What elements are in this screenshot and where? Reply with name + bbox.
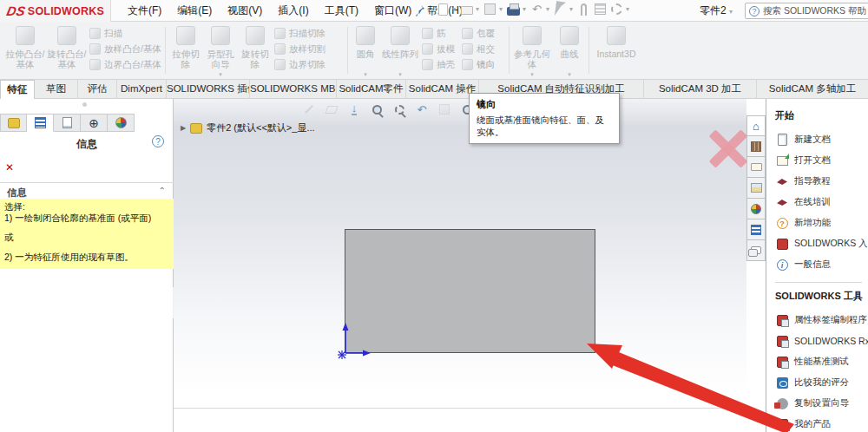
extruded-boss-base-button[interactable]: 拉伸凸台/基体 — [5, 24, 45, 76]
dimxpertmanager-tab[interactable]: ⊕ — [81, 114, 108, 132]
panel-grip[interactable] — [82, 102, 87, 107]
copy-settings-wizard-item[interactable]: 复制设置向导 — [775, 393, 868, 414]
hole-wizard-button[interactable]: 异型孔向导 ▾ — [204, 24, 237, 76]
swept-cut-button[interactable]: 扫描切除 — [274, 27, 344, 40]
menu-file[interactable]: 文件(F) — [120, 0, 169, 22]
menu-tools[interactable]: 工具(T) — [317, 0, 366, 22]
tab-dimxpert[interactable]: DimXpert — [117, 80, 167, 99]
new-document-item[interactable]: 新建文档 — [775, 129, 868, 150]
displaymanager-tab[interactable] — [108, 114, 135, 132]
fillet-button[interactable]: 圆角 ▾ — [351, 24, 380, 76]
general-info-item[interactable]: i一般信息 — [775, 254, 868, 275]
flyout-feature-tree[interactable]: ▶ 零件2 (默认<<默认>_显... — [181, 121, 315, 134]
whats-new-item[interactable]: ?新增功能 — [775, 213, 868, 233]
plane-icon[interactable] — [325, 102, 339, 116]
revolved-boss-base-button[interactable]: 旋转凸台/基体 — [47, 24, 87, 76]
configurationmanager-tab[interactable] — [54, 114, 81, 132]
properties-table-icon[interactable] — [593, 2, 608, 16]
file-explorer-tab[interactable] — [746, 157, 766, 178]
menu-view[interactable]: 视图(V) — [220, 0, 270, 22]
tree-expand-icon[interactable]: ▶ — [181, 124, 186, 132]
dropdown-caret-icon[interactable]: ▾ — [729, 8, 733, 16]
document-title[interactable]: 零件2 ▾ — [700, 0, 734, 23]
attachment-icon[interactable] — [576, 2, 591, 16]
dropdown-caret-icon[interactable]: ▾ — [398, 71, 402, 78]
menu-edit[interactable]: 编辑(E) — [169, 0, 220, 22]
intersect-button[interactable]: 相交 — [462, 43, 505, 56]
boundary-cut-button[interactable]: 边界切除 — [274, 58, 344, 71]
dropdown-caret-icon[interactable]: ▾ — [626, 5, 629, 13]
featuremanager-tree-tab[interactable] — [0, 114, 27, 132]
linear-pattern-button[interactable]: 线性阵列 ▾ — [382, 24, 418, 76]
zoom-to-area-icon[interactable] — [392, 102, 406, 116]
menu-window[interactable]: 窗口(W) — [366, 0, 419, 22]
dropdown-caret-icon[interactable]: ▾ — [219, 71, 222, 78]
rib-button[interactable]: 筋 — [422, 27, 458, 40]
solidworks-rx-item[interactable]: SOLIDWORKS Rx — [775, 331, 868, 351]
lofted-boss-button[interactable]: 放样凸台/基体 — [89, 43, 164, 56]
appearances-tab[interactable] — [746, 199, 766, 219]
tab-sketch[interactable]: 草图 — [35, 80, 78, 99]
tutorials-item[interactable]: 指导教程 — [775, 171, 868, 192]
extruded-cut-button[interactable]: 拉伸切除 — [169, 24, 202, 76]
help-search-box[interactable]: ? 搜索 SOLIDWORKS 帮助 — [745, 3, 868, 19]
performance-benchmark-item[interactable]: 性能基准测试 — [775, 351, 868, 372]
custom-properties-tab[interactable] — [746, 219, 766, 240]
view-orientation-icon[interactable]: ↓ — [347, 102, 361, 116]
undo-icon[interactable]: ↶ — [529, 2, 544, 16]
section-view-icon[interactable] — [437, 102, 451, 116]
select-cursor-icon[interactable] — [553, 2, 568, 16]
view-palette-tab[interactable] — [746, 178, 766, 199]
pin-menu-icon[interactable] — [413, 3, 427, 17]
design-library-tab[interactable] — [746, 136, 766, 157]
lofted-cut-button[interactable]: 放样切割 — [274, 43, 344, 56]
swept-boss-button[interactable]: 扫描 — [89, 27, 164, 40]
dropdown-caret-icon[interactable]: ▾ — [546, 5, 549, 13]
propertymanager-tab[interactable] — [27, 114, 54, 132]
dropdown-caret-icon[interactable]: ▾ — [530, 71, 534, 78]
dropdown-caret-icon[interactable]: ▾ — [499, 5, 503, 13]
dropdown-caret-icon[interactable]: ▾ — [569, 5, 573, 13]
dropdown-caret-icon[interactable]: ▾ — [452, 5, 456, 13]
close-icon[interactable]: ✕ — [5, 161, 14, 173]
sketch-plane-rectangle[interactable] — [345, 229, 595, 353]
shell-button[interactable]: 抽壳 — [422, 58, 458, 71]
dropdown-caret-icon[interactable]: ▾ — [568, 71, 571, 78]
chevron-up-icon[interactable]: ⌃ — [159, 186, 166, 195]
curves-button[interactable]: 曲线 ▾ — [556, 24, 583, 76]
forum-tab[interactable] — [746, 240, 766, 261]
print-icon[interactable] — [506, 2, 521, 16]
revolved-cut-button[interactable]: 旋转切除 — [239, 24, 272, 76]
open-document-icon[interactable] — [459, 2, 474, 16]
tab-solidcam-part[interactable]: SolidCAM零件 — [337, 80, 406, 99]
options-gear-icon[interactable] — [609, 2, 624, 16]
dropdown-caret-icon[interactable]: ▾ — [523, 5, 526, 13]
property-tab-builder-item[interactable]: 属性标签编制程序 — [775, 310, 868, 331]
help-icon[interactable]: ? — [152, 135, 164, 147]
draft-button[interactable]: 拔模 — [422, 43, 458, 56]
tab-solidcam-multiaxis[interactable]: SolidCAM 多轴加工 — [757, 80, 868, 99]
boundary-boss-button[interactable]: 边界凸台/基体 — [89, 58, 164, 71]
tab-evaluate[interactable]: 评估 — [78, 80, 117, 99]
wrap-button[interactable]: 包覆 — [462, 27, 505, 40]
save-icon[interactable] — [483, 2, 497, 16]
tab-solidworks-mbd[interactable]: SOLIDWORKS MBD — [250, 80, 337, 99]
compare-my-score-item[interactable]: 比较我的评分 — [775, 372, 868, 393]
new-document-icon[interactable] — [436, 2, 450, 16]
sketch-pencil-icon[interactable] — [302, 102, 316, 116]
tab-solidcam-3d[interactable]: SolidCAM 3D 加工 — [644, 80, 757, 99]
open-document-item[interactable]: 打开文档 — [775, 150, 868, 171]
tab-solidworks-addins[interactable]: SOLIDWORKS 插件 — [167, 80, 250, 99]
home-tab[interactable]: ⌂ — [746, 115, 766, 136]
introducing-solidworks-item[interactable]: SOLIDWORKS 入门 — [775, 233, 868, 254]
zoom-to-fit-icon[interactable] — [370, 102, 384, 116]
instant3d-button[interactable]: Instant3D — [592, 24, 641, 76]
graphics-viewport[interactable]: ↓ ↶ ▶ 零件2 (默认<<默认>_显... — [174, 99, 746, 409]
online-training-item[interactable]: 在线培训 — [775, 192, 868, 213]
reference-geometry-button[interactable]: 参考几何体 ▾ — [512, 24, 552, 76]
dropdown-caret-icon[interactable]: ▾ — [476, 5, 479, 13]
dropdown-caret-icon[interactable]: ▾ — [364, 71, 367, 78]
mirror-button[interactable]: 镜向 — [462, 58, 505, 71]
menu-insert[interactable]: 插入(I) — [270, 0, 316, 22]
previous-view-icon[interactable]: ↶ — [415, 102, 429, 116]
